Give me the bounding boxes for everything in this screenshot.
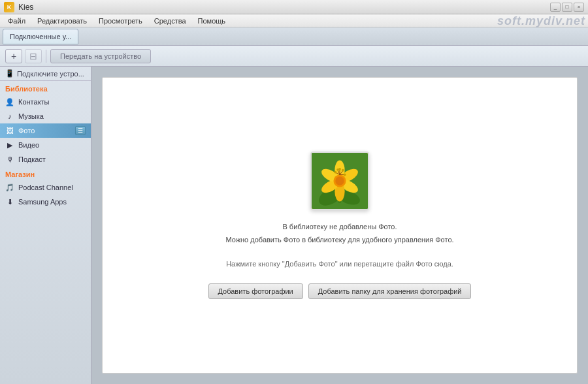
title-bar: K Kies _ □ × [0,0,588,14]
add-photos-button[interactable]: Добавить фотографии [208,283,303,299]
svg-point-21 [344,174,346,176]
menu-edit[interactable]: Редактировать [32,16,92,26]
sidebar: 📱 Подключите устро... Библиотека 👤 Конта… [0,67,91,384]
minimize-button[interactable]: _ [550,3,561,12]
title-bar-controls: _ □ × [550,3,584,12]
remove-button[interactable]: ⊟ [25,49,42,63]
photos-placeholder-image [310,152,369,210]
add-button[interactable]: + [5,49,22,63]
sidebar-item-podcast-label: Подкаст [18,155,46,163]
main-layout: 📱 Подключите устро... Библиотека 👤 Конта… [0,67,588,384]
maximize-button[interactable]: □ [562,3,572,12]
sidebar-item-video[interactable]: ▶ Видео [0,138,91,152]
contacts-icon: 👤 [5,97,14,106]
podcast-icon: 🎙 [5,155,14,164]
video-icon: ▶ [5,140,14,150]
svg-point-15 [342,169,344,172]
sidebar-item-samsung-apps-label: Samsung Apps [18,198,67,206]
photos-icon: 🖼 [5,126,14,135]
sidebar-item-music-label: Музыка [18,112,44,120]
toolbar: + ⊟ Передать на устройство [0,46,588,67]
menu-tools[interactable]: Средства [149,16,191,26]
empty-state-hint: Нажмите кнопку "Добавить Фото" или перет… [226,260,453,268]
sidebar-item-samsung-apps[interactable]: ⬇ Samsung Apps [0,195,91,209]
app-icon: K [4,2,14,12]
add-folder-button[interactable]: Добавить папку для хранения фотографий [308,283,472,299]
device-section: 📱 Подключите устро... [0,67,91,81]
sidebar-item-photos-label: Фото [18,127,35,135]
sidebar-item-contacts-label: Контакты [18,98,50,106]
music-icon: ♪ [5,112,14,121]
action-buttons: Добавить фотографии Добавить папку для х… [208,283,472,299]
menu-help[interactable]: Помощь [193,16,231,26]
tab-bar: Подключенные у... [0,27,588,46]
menu-view[interactable]: Просмотреть [93,16,148,26]
toolbar-separator [46,50,46,63]
title-bar-left: K Kies [4,2,33,12]
library-header: Библиотека [0,81,91,95]
content-panel: В библиотеку не добавлены Фото. Можно до… [102,77,578,374]
sidebar-item-music[interactable]: ♪ Музыка [0,109,91,123]
sidebar-item-contacts[interactable]: 👤 Контакты [0,95,91,109]
sidebar-item-podcast-channel-label: Podcast Channel [18,184,73,191]
device-label: Подключите устро... [17,70,84,78]
device-icon: 📱 [5,69,14,78]
sidebar-item-photos[interactable]: 🖼 Фото ☰ [0,123,91,138]
transfer-button[interactable]: Передать на устройство [50,49,151,63]
svg-point-11 [335,177,344,185]
watermark: soft.mydiv.net [497,14,585,28]
menu-file[interactable]: Файл [3,16,31,26]
sidebar-item-podcast-channel[interactable]: 🎵 Podcast Channel [0,180,91,195]
tab-connected-devices[interactable]: Подключенные у... [3,29,78,44]
sidebar-item-video-label: Видео [18,141,39,149]
app-title: Kies [18,3,33,12]
svg-point-19 [334,171,336,174]
photos-list-view-button[interactable]: ☰ [75,126,86,135]
samsung-apps-icon: ⬇ [5,197,14,206]
empty-state-text: В библиотеку не добавлены Фото. Можно до… [225,221,453,247]
content-area: В библиотеку не добавлены Фото. Можно до… [91,67,588,384]
close-button[interactable]: × [574,3,584,12]
svg-point-17 [338,168,341,170]
sidebar-item-podcast[interactable]: 🎙 Подкаст [0,152,91,167]
podcast-channel-icon: 🎵 [5,183,14,192]
store-header: Магазин [0,167,91,180]
